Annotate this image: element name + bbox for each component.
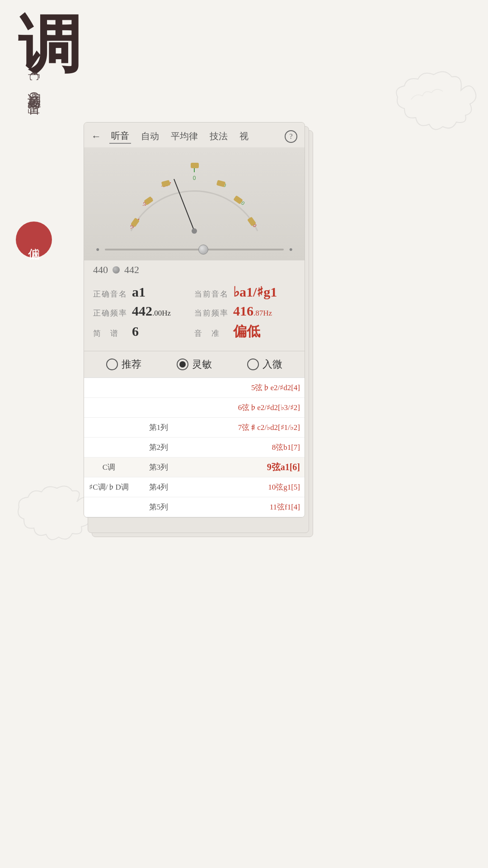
svg-line-21: [174, 179, 194, 231]
jianpu-half: 简 谱 6: [93, 324, 194, 339]
sensitivity-fine[interactable]: 入微: [247, 358, 282, 371]
col-position: [134, 384, 183, 392]
svg-rect-18: [216, 180, 225, 187]
sensitivity-row: 推荐 灵敏 入微: [84, 351, 305, 377]
correct-freq-label: 正确频率: [93, 308, 129, 318]
col-position: 第5列: [134, 498, 183, 516]
slider-track[interactable]: [105, 249, 283, 250]
col-position: [134, 404, 183, 411]
col-position: 第1列: [134, 419, 183, 436]
card-stack: ← 听音 自动 平均律 技法 视 ? -30: [84, 122, 305, 518]
status-badge: 偏低: [16, 222, 52, 258]
current-note-half: 当前音名 ♭a1/♯g1: [194, 284, 296, 300]
sensitivity-sensitive-label: 灵敏: [192, 358, 212, 371]
toolbar-item-listen[interactable]: 听音: [109, 129, 131, 144]
tuning-label: 音 准: [194, 328, 230, 339]
col-position: 第2列: [134, 439, 183, 456]
svg-rect-17: [191, 163, 199, 168]
correct-note-half: 正确音名 a1: [93, 284, 194, 300]
freq-left-number: 440: [93, 264, 108, 276]
slider-thumb[interactable]: [198, 245, 208, 255]
col-string: 10弦g1[5]: [183, 478, 305, 496]
correct-freq-value: 442.00Hz: [132, 303, 171, 319]
tuner-section: -30 -20 -10 0 10: [84, 147, 305, 260]
current-freq-value: 416.87Hz: [233, 303, 272, 319]
sensitivity-recommend-label: 推荐: [122, 358, 141, 371]
freq-info-row: 正确频率 442.00Hz 当前频率 416.87Hz: [93, 303, 296, 319]
vertical-subtitle: 「C调扬琴中音6」: [23, 70, 45, 102]
toolbar-item-auto[interactable]: 自动: [139, 129, 161, 143]
correct-note-value: a1: [132, 284, 145, 300]
col-key-active: C调: [84, 458, 134, 476]
col-string-active: 9弦a1[6]: [183, 458, 305, 477]
string-table: 5弦♭e2/♯d2[4] 6弦♭e2/♯d2[♭3/♯2] 第1列 7弦♯c2/…: [84, 377, 305, 517]
jianpu-row: 简 谱 6 音 准 偏低: [93, 322, 296, 341]
jianpu-value: 6: [132, 324, 139, 339]
radio-sensitive-circle[interactable]: [177, 359, 188, 370]
jianpu-label: 简 谱: [93, 328, 129, 339]
info-grid: 正确音名 a1 当前音名 ♭a1/♯g1 正确频率 442.00Hz 当前频率: [84, 279, 305, 351]
svg-point-22: [192, 228, 197, 234]
col-string: 6弦♭e2/♯d2[♭3/♯2]: [183, 399, 305, 416]
col-string: 11弦f1[4]: [183, 498, 305, 516]
back-button[interactable]: ←: [91, 131, 101, 142]
col-string: 5弦♭e2/♯d2[4]: [183, 379, 305, 396]
current-freq-label: 当前频率: [194, 308, 230, 318]
radio-fine-circle[interactable]: [247, 359, 259, 370]
col-string: 8弦b1[7]: [183, 439, 305, 456]
current-note-label: 当前音名: [194, 289, 230, 299]
sensitivity-fine-label: 入微: [263, 358, 282, 371]
col-position-active: 第3列: [134, 458, 183, 476]
correct-freq-half: 正确频率 442.00Hz: [93, 303, 194, 319]
cloud-decoration-top: [380, 63, 479, 145]
table-row[interactable]: 6弦♭e2/♯d2[♭3/♯2]: [84, 398, 305, 418]
help-button[interactable]: ?: [285, 130, 297, 143]
col-key: [84, 504, 134, 511]
current-note-value: ♭a1/♯g1: [233, 284, 277, 300]
tuning-half: 音 准 偏低: [194, 322, 296, 341]
toolbar-item-temperament[interactable]: 平均律: [169, 129, 200, 143]
current-freq-half: 当前频率 416.87Hz: [194, 303, 296, 319]
toolbar-item-view[interactable]: 视: [238, 129, 250, 143]
sensitivity-recommend[interactable]: 推荐: [106, 358, 141, 371]
col-key: [84, 444, 134, 451]
table-row[interactable]: 5弦♭e2/♯d2[4]: [84, 378, 305, 398]
col-position: 第4列: [134, 478, 183, 496]
correct-note-label: 正确音名: [93, 289, 129, 299]
table-row-active[interactable]: C调 第3列 9弦a1[6]: [84, 458, 305, 477]
frequency-row: 440 442: [84, 260, 305, 279]
table-row[interactable]: ♯C调/♭D调 第4列 10弦g1[5]: [84, 477, 305, 497]
title-character: 调: [18, 14, 81, 77]
dial-container: -30 -20 -10 0 10: [117, 152, 271, 242]
tuning-value: 偏低: [233, 322, 260, 341]
table-row[interactable]: 第2列 8弦b1[7]: [84, 438, 305, 458]
freq-dot-icon: [113, 266, 120, 274]
toolbar-item-technique[interactable]: 技法: [208, 129, 230, 143]
radio-recommend-circle[interactable]: [106, 359, 118, 370]
slider-left-indicator: ●: [96, 246, 99, 253]
col-string: 7弦♯c2/♭d2[♯1/♭2]: [183, 419, 305, 436]
note-row: 正确音名 a1 当前音名 ♭a1/♯g1: [93, 284, 296, 300]
svg-rect-16: [161, 180, 170, 187]
col-key: [84, 404, 134, 411]
toolbar: ← 听音 自动 平均律 技法 视 ?: [84, 123, 305, 147]
table-row[interactable]: 第1列 7弦♯c2/♭d2[♯1/♭2]: [84, 418, 305, 438]
dial-svg: -30 -20 -10 0 10: [117, 152, 271, 242]
col-key: [84, 384, 134, 392]
slider-right-indicator: ●: [289, 246, 293, 253]
freq-right-number: 442: [124, 264, 139, 276]
table-row[interactable]: 第5列 11弦f1[4]: [84, 497, 305, 517]
slider-area: ● ●: [96, 246, 293, 253]
col-key: ♯C调/♭D调: [84, 478, 134, 496]
col-key: [84, 424, 134, 431]
main-card: ← 听音 自动 平均律 技法 视 ? -30: [84, 122, 305, 518]
sensitivity-sensitive[interactable]: 灵敏: [177, 358, 212, 371]
svg-text:0: 0: [193, 175, 196, 181]
